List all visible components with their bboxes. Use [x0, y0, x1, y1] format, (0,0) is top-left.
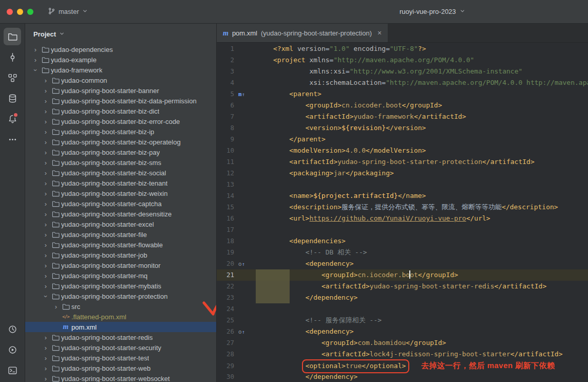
chevron-collapsed-icon[interactable]: › — [42, 344, 50, 352]
code-line-17[interactable]: 17 — [217, 224, 588, 235]
tree-item-yudao-spring-boot-starter-biz-social[interactable]: ›yudao-spring-boot-starter-biz-social — [25, 168, 216, 178]
code-line-27[interactable]: 27 <groupId>com.baomidou</groupId> — [217, 337, 588, 349]
chevron-collapsed-icon[interactable]: › — [42, 138, 50, 146]
chevron-collapsed-icon[interactable]: › — [42, 251, 50, 259]
chevron-collapsed-icon[interactable]: › — [42, 262, 50, 269]
chevron-collapsed-icon[interactable]: › — [42, 77, 50, 84]
tree-item-flattened-pom-xml[interactable]: </>.flattened-pom.xml — [25, 312, 216, 322]
code-line-25[interactable]: 25 <!-- 服务保障相关 --> — [217, 315, 588, 326]
chevron-collapsed-icon[interactable]: › — [42, 210, 50, 218]
tree-item-pom-xml[interactable]: mpom.xml — [25, 322, 216, 332]
code-line-19[interactable]: 19 <!-- DB 相关 --> — [217, 247, 588, 258]
chevron-collapsed-icon[interactable]: › — [42, 200, 50, 208]
code-line-10[interactable]: 10 <modelVersion>4.0.0</modelVersion> — [217, 145, 588, 156]
code-line-29[interactable]: 29 <optional>true</optional> 去掉这一行，然后 ma… — [217, 360, 588, 371]
chevron-collapsed-icon[interactable]: › — [42, 375, 50, 382]
structure-tool-icon[interactable] — [4, 69, 21, 86]
minimize-window-button[interactable] — [17, 9, 23, 15]
chevron-collapsed-icon[interactable]: › — [42, 221, 50, 228]
chevron-collapsed-icon[interactable]: › — [42, 354, 50, 362]
chevron-collapsed-icon[interactable]: › — [42, 231, 50, 239]
chevron-collapsed-icon[interactable]: › — [52, 303, 60, 311]
notifications-tool-icon[interactable] — [4, 110, 21, 128]
commit-tool-icon[interactable] — [4, 48, 21, 66]
code-line-21[interactable]: 21 <groupId>cn.iocoder.boot</groupId> — [217, 269, 588, 281]
tree-item-yudao-dependencies[interactable]: ›yudao-dependencies — [25, 44, 216, 54]
code-line-9[interactable]: 9 </parent> — [217, 134, 588, 145]
code-line-3[interactable]: 3 xmlns:xsi="http://www.w3.org/2001/XMLS… — [217, 66, 588, 77]
tree-item-yudao-spring-boot-starter-desensitize[interactable]: ›yudao-spring-boot-starter-desensitize — [25, 209, 216, 219]
code-line-6[interactable]: 6 <groupId>cn.iocoder.boot</groupId> — [217, 100, 588, 111]
code-line-13[interactable]: 13 — [217, 179, 588, 190]
tree-item-yudao-spring-boot-starter-web[interactable]: ›yudao-spring-boot-starter-web — [25, 363, 216, 373]
tree-item-yudao-example[interactable]: ›yudao-example — [25, 54, 216, 65]
chevron-collapsed-icon[interactable]: › — [42, 334, 50, 341]
code-editor[interactable]: 1<?xml version="1.0" encoding="UTF-8"?>2… — [217, 43, 588, 382]
tree-item-yudao-spring-boot-starter-captcha[interactable]: ›yudao-spring-boot-starter-captcha — [25, 198, 216, 209]
chevron-collapsed-icon[interactable]: › — [42, 169, 50, 177]
tree-item-yudao-spring-boot-starter-monitor[interactable]: ›yudao-spring-boot-starter-monitor — [25, 260, 216, 270]
tree-item-yudao-spring-boot-starter-banner[interactable]: ›yudao-spring-boot-starter-banner — [25, 85, 216, 96]
code-line-15[interactable]: 15 <description>服务保证，提供分布式锁、幂等、限流、熔断等等功能… — [217, 202, 588, 213]
code-line-20[interactable]: 20o↑ <dependency> — [217, 258, 588, 269]
code-line-30[interactable]: 30 </dependency> — [217, 371, 588, 382]
chevron-expanded-icon[interactable]: › — [42, 292, 50, 300]
code-line-26[interactable]: 26o↑ <dependency> — [217, 326, 588, 337]
tree-item-yudao-framework[interactable]: ›yudao-framework — [25, 65, 216, 75]
tree-item-yudao-spring-boot-starter-redis[interactable]: ›yudao-spring-boot-starter-redis — [25, 332, 216, 342]
chevron-expanded-icon[interactable]: › — [32, 66, 40, 74]
code-line-1[interactable]: 1<?xml version="1.0" encoding="UTF-8"?> — [217, 43, 588, 54]
zoom-window-button[interactable] — [27, 9, 33, 15]
navigate-up-gutter-icon[interactable]: o↑ — [234, 259, 252, 270]
code-line-7[interactable]: 7 <artifactId>yudao-framework</artifactI… — [217, 111, 588, 122]
git-branch-widget[interactable]: master — [45, 5, 91, 19]
chevron-collapsed-icon[interactable]: › — [42, 179, 50, 187]
code-line-11[interactable]: 11 <artifactId>yudao-spring-boot-starter… — [217, 156, 588, 168]
code-line-16[interactable]: 16 <url>https://github.com/YunaiV/ruoyi-… — [217, 213, 588, 224]
tree-item-yudao-spring-boot-starter-biz-ip[interactable]: ›yudao-spring-boot-starter-biz-ip — [25, 126, 216, 137]
tree-item-yudao-spring-boot-starter-biz-tenant[interactable]: ›yudao-spring-boot-starter-biz-tenant — [25, 178, 216, 188]
chevron-collapsed-icon[interactable]: › — [42, 87, 50, 95]
chevron-collapsed-icon[interactable]: › — [31, 46, 40, 53]
code-line-24[interactable]: 24 — [217, 303, 588, 315]
code-line-22[interactable]: 22 <artifactId>yudao-spring-boot-starter… — [217, 281, 588, 292]
more-tool-icon[interactable] — [4, 131, 21, 148]
chevron-collapsed-icon[interactable]: › — [42, 241, 50, 249]
tree-item-yudao-spring-boot-starter-biz-operatelog[interactable]: ›yudao-spring-boot-starter-biz-operatelo… — [25, 137, 216, 147]
navigate-up-gutter-icon[interactable]: o↑ — [234, 326, 252, 338]
code-line-18[interactable]: 18 <dependencies> — [217, 235, 588, 247]
tree-item-yudao-spring-boot-starter-biz-dict[interactable]: ›yudao-spring-boot-starter-biz-dict — [25, 106, 216, 116]
tree-item-yudao-spring-boot-starter-protection[interactable]: ›yudao-spring-boot-starter-protection — [25, 291, 216, 301]
project-tool-icon[interactable] — [4, 28, 21, 45]
code-line-14[interactable]: 14 <name>${project.artifactId}</name> — [217, 190, 588, 202]
maven-parent-gutter-icon[interactable]: m↑ — [234, 89, 252, 100]
chevron-collapsed-icon[interactable]: › — [42, 272, 50, 280]
close-window-button[interactable] — [7, 9, 13, 15]
code-line-28[interactable]: 28 <artifactId>lock4j-redisson-spring-bo… — [217, 349, 588, 360]
history-tool-icon[interactable] — [4, 320, 21, 338]
chevron-collapsed-icon[interactable]: › — [42, 107, 50, 115]
chevron-collapsed-icon[interactable]: › — [42, 97, 50, 105]
run-tool-icon[interactable] — [4, 341, 21, 358]
chevron-collapsed-icon[interactable]: › — [31, 56, 40, 64]
code-line-5[interactable]: 5m↑ <parent> — [217, 88, 588, 100]
code-line-2[interactable]: 2<project xmlns="http://maven.apache.org… — [217, 54, 588, 66]
code-line-23[interactable]: 23 </dependency> — [217, 292, 588, 303]
code-line-8[interactable]: 8 <version>${revision}</version> — [217, 122, 588, 134]
code-line-12[interactable]: 12 <packaging>jar</packaging> — [217, 168, 588, 179]
tree-item-yudao-spring-boot-starter-biz-sms[interactable]: ›yudao-spring-boot-starter-biz-sms — [25, 157, 216, 168]
tree-item-yudao-spring-boot-starter-biz-weixin[interactable]: ›yudao-spring-boot-starter-biz-weixin — [25, 188, 216, 198]
tree-item-yudao-spring-boot-starter-file[interactable]: ›yudao-spring-boot-starter-file — [25, 229, 216, 240]
chevron-collapsed-icon[interactable]: › — [42, 282, 50, 290]
tree-item-yudao-spring-boot-starter-job[interactable]: ›yudao-spring-boot-starter-job — [25, 250, 216, 260]
editor-tab-pom-xml[interactable]: m pom.xml (yudao-spring-boot-starter-pro… — [217, 24, 388, 42]
terminal-tool-icon[interactable] — [4, 361, 21, 379]
tree-item-yudao-spring-boot-starter-mybatis[interactable]: ›yudao-spring-boot-starter-mybatis — [25, 281, 216, 291]
tree-item-yudao-spring-boot-starter-biz-pay[interactable]: ›yudao-spring-boot-starter-biz-pay — [25, 147, 216, 157]
chevron-collapsed-icon[interactable]: › — [42, 149, 50, 156]
chevron-collapsed-icon[interactable]: › — [42, 159, 50, 167]
chevron-collapsed-icon[interactable]: › — [42, 190, 50, 197]
chevron-collapsed-icon[interactable]: › — [42, 365, 50, 372]
tree-item-yudao-common[interactable]: ›yudao-common — [25, 75, 216, 85]
tree-item-yudao-spring-boot-starter-security[interactable]: ›yudao-spring-boot-starter-security — [25, 342, 216, 353]
